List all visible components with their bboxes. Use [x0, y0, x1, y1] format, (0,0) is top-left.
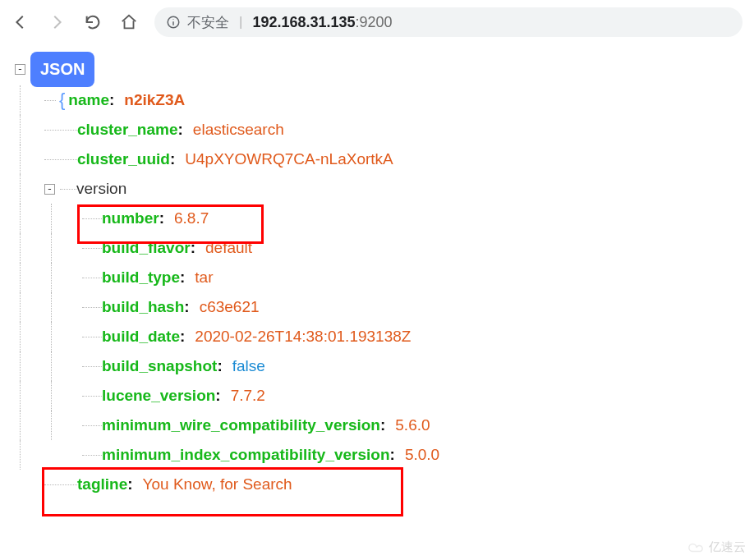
build-type-row: build_type : tar	[15, 263, 739, 292]
address-bar[interactable]: 不安全 | 192.168.31.135:9200	[154, 7, 743, 37]
val-name: n2ikZ3A	[124, 85, 185, 114]
brace-icon: {	[59, 84, 65, 117]
back-button[interactable]	[11, 13, 30, 31]
url-port: :9200	[356, 14, 393, 30]
key-build-hash: build_hash	[102, 292, 184, 321]
version-row: - version	[15, 174, 739, 204]
tagline-row: tagline : You Know, for Search	[15, 470, 739, 499]
val-build-hash: c63e621	[200, 292, 260, 321]
val-cluster-name: elasticsearch	[193, 115, 284, 144]
separator: |	[239, 14, 242, 30]
val-build-type: tar	[195, 263, 213, 291]
val-number: 6.8.7	[174, 204, 209, 232]
key-build-type: build_type	[102, 263, 180, 291]
forward-button[interactable]	[48, 13, 66, 31]
val-min-wire: 5.6.0	[395, 411, 430, 439]
val-build-date: 2020-02-26T14:38:01.193138Z	[195, 322, 411, 351]
key-lucene-version: lucene_version	[102, 381, 215, 410]
json-viewer: - JSON { name : n2ikZ3A cluster_name : e…	[0, 44, 754, 507]
key-min-wire: minimum_wire_compatibility_version	[102, 411, 380, 439]
min-wire-row: minimum_wire_compatibility_version : 5.6…	[15, 411, 739, 440]
collapse-toggle-root[interactable]: -	[15, 64, 25, 75]
home-button[interactable]	[120, 13, 138, 31]
reload-button[interactable]	[84, 13, 102, 31]
name-row: { name : n2ikZ3A	[15, 85, 739, 115]
json-badge: JSON	[30, 52, 94, 87]
key-cluster-uuid: cluster_uuid	[77, 145, 170, 173]
root-row: - JSON	[15, 53, 739, 85]
lucene-version-row: lucene_version : 7.7.2	[15, 381, 739, 411]
nav-controls	[11, 13, 138, 31]
build-flavor-row: build_flavor : default	[15, 233, 739, 263]
key-build-snapshot: build_snapshot	[102, 351, 217, 380]
url-host: 192.168.31.135	[252, 14, 355, 30]
build-date-row: build_date : 2020-02-26T14:38:01.193138Z	[15, 322, 739, 351]
val-tagline: You Know, for Search	[143, 470, 292, 498]
security-label: 不安全	[187, 13, 229, 32]
key-tagline: tagline	[77, 470, 127, 498]
watermark: 亿速云	[687, 539, 746, 555]
key-name: name	[68, 85, 109, 114]
build-snapshot-row: build_snapshot : false	[15, 351, 739, 381]
val-build-flavor: default	[205, 233, 252, 262]
collapse-toggle-version[interactable]: -	[44, 184, 55, 195]
val-cluster-uuid: U4pXYOWRQ7CA-nLaXortkA	[185, 145, 393, 173]
number-row: number : 6.8.7	[15, 204, 739, 233]
cluster-uuid-row: cluster_uuid : U4pXYOWRQ7CA-nLaXortkA	[15, 145, 739, 174]
cluster-name-row: cluster_name : elasticsearch	[15, 115, 739, 145]
colon: :	[109, 85, 114, 114]
key-number: number	[102, 204, 159, 232]
version-label: version	[76, 174, 126, 203]
key-cluster-name: cluster_name	[77, 115, 178, 144]
val-build-snapshot: false	[232, 351, 265, 380]
build-hash-row: build_hash : c63e621	[15, 292, 739, 322]
key-build-flavor: build_flavor	[102, 233, 191, 262]
watermark-text: 亿速云	[709, 539, 746, 555]
min-index-row: minimum_index_compatibility_version : 5.…	[15, 440, 739, 470]
key-build-date: build_date	[102, 322, 180, 351]
browser-toolbar: 不安全 | 192.168.31.135:9200	[0, 0, 754, 44]
val-min-index: 5.0.0	[405, 440, 439, 469]
val-lucene-version: 7.7.2	[231, 381, 265, 410]
key-min-index: minimum_index_compatibility_version	[102, 440, 390, 469]
info-icon[interactable]	[166, 15, 181, 30]
url: 192.168.31.135:9200	[252, 14, 392, 31]
